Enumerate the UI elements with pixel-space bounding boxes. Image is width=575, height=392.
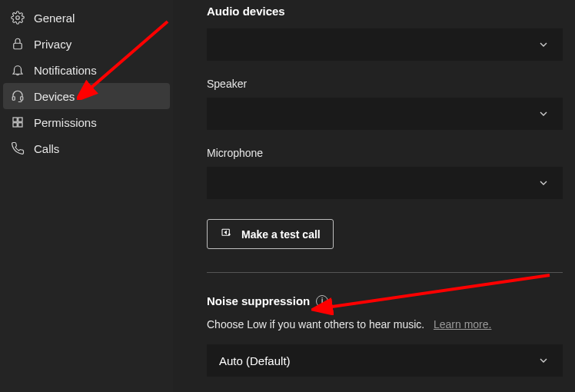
phone-icon <box>11 141 25 155</box>
bell-icon <box>11 63 25 77</box>
sidebar-item-calls[interactable]: Calls <box>3 135 170 161</box>
sidebar-item-general[interactable]: General <box>3 5 170 31</box>
annotation-arrow-noise <box>311 269 557 315</box>
svg-rect-2 <box>12 97 15 101</box>
svg-rect-5 <box>18 118 22 121</box>
sidebar-item-label: Notifications <box>34 64 97 77</box>
svg-point-9 <box>229 234 231 235</box>
speaker-select[interactable] <box>207 98 563 130</box>
headset-icon <box>11 89 25 103</box>
noise-suppression-value: Auto (Default) <box>219 354 537 367</box>
test-call-icon <box>220 227 234 241</box>
learn-more-link[interactable]: Learn more. <box>434 318 491 331</box>
info-icon[interactable]: i <box>316 295 328 307</box>
noise-help-text: Choose Low if you want others to hear mu… <box>207 318 563 331</box>
sidebar-item-devices[interactable]: Devices <box>3 83 170 109</box>
svg-rect-6 <box>13 123 17 127</box>
chevron-down-icon <box>537 176 550 190</box>
microphone-label: Microphone <box>207 147 563 159</box>
sidebar-item-permissions[interactable]: Permissions <box>3 109 170 135</box>
make-test-call-button[interactable]: Make a test call <box>207 219 334 249</box>
audio-device-select[interactable] <box>207 28 563 61</box>
make-test-call-label: Make a test call <box>241 228 321 241</box>
svg-rect-7 <box>18 123 22 127</box>
sidebar-item-label: Privacy <box>34 38 71 51</box>
sidebar-item-privacy[interactable]: Privacy <box>3 31 170 57</box>
speaker-label: Speaker <box>207 78 563 90</box>
sidebar-item-notifications[interactable]: Notifications <box>3 57 170 83</box>
svg-rect-1 <box>14 43 22 49</box>
sidebar-item-label: Devices <box>34 90 75 103</box>
microphone-select[interactable] <box>207 167 563 199</box>
lock-icon <box>11 37 25 51</box>
devices-settings-panel: Audio devices Speaker Microphone Make a … <box>173 0 575 392</box>
noise-suppression-select[interactable]: Auto (Default) <box>207 344 563 377</box>
audio-devices-heading-text: Audio devices <box>207 5 285 18</box>
noise-suppression-heading: Noise suppression i <box>207 294 563 307</box>
svg-rect-4 <box>13 118 17 121</box>
gear-icon <box>11 11 25 25</box>
chevron-down-icon <box>537 107 550 121</box>
chevron-down-icon <box>537 38 550 51</box>
svg-point-0 <box>16 16 20 20</box>
noise-suppression-heading-text: Noise suppression <box>207 294 310 307</box>
sidebar-item-label: General <box>34 12 75 25</box>
audio-devices-heading: Audio devices <box>207 5 563 18</box>
settings-sidebar: General Privacy Notifications Devices Pe… <box>0 0 173 392</box>
section-divider <box>207 272 563 273</box>
app-icon <box>11 115 25 129</box>
chevron-down-icon <box>537 354 550 367</box>
noise-help-text-body: Choose Low if you want others to hear mu… <box>207 318 424 331</box>
sidebar-item-label: Calls <box>34 142 59 155</box>
sidebar-item-label: Permissions <box>34 116 97 129</box>
svg-rect-3 <box>21 97 23 101</box>
